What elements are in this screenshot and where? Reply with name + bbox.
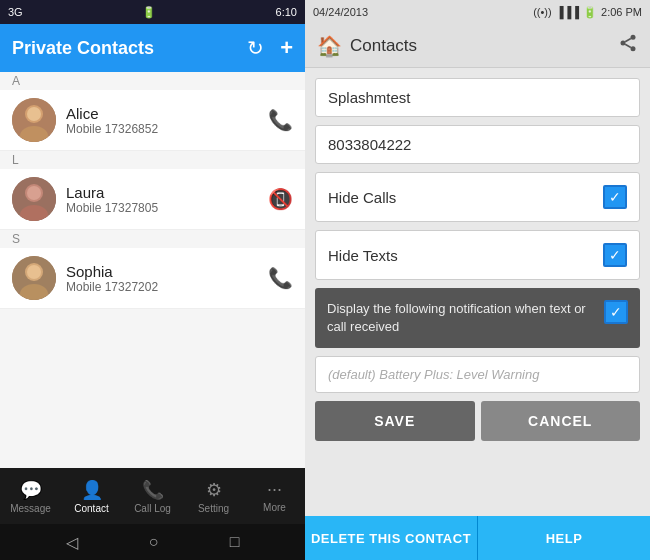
nav-setting-label: Setting bbox=[198, 503, 229, 514]
svg-line-16 bbox=[625, 38, 631, 41]
right-time: 2:06 PM bbox=[601, 6, 642, 18]
right-status-bar: 04/24/2013 ((•)) ▐▐▐ 🔋 2:06 PM bbox=[305, 0, 650, 24]
svg-line-15 bbox=[625, 44, 631, 47]
avatar bbox=[12, 98, 56, 142]
signal-icon: ▐▐▐ bbox=[556, 6, 579, 18]
right-date: 04/24/2013 bbox=[313, 6, 368, 18]
name-field[interactable]: Splashmtest bbox=[315, 78, 640, 117]
right-header-title: Contacts bbox=[350, 36, 417, 56]
section-letter-l: L bbox=[0, 151, 305, 169]
share-icon[interactable] bbox=[618, 33, 638, 58]
nav-contact[interactable]: 👤 Contact bbox=[61, 479, 122, 514]
list-item[interactable]: Laura Mobile 17327805 📵 bbox=[0, 169, 305, 230]
call-blocked-icon[interactable]: 📵 bbox=[268, 187, 293, 211]
notification-label: Display the following notification when … bbox=[327, 300, 594, 336]
nav-contact-label: Contact bbox=[74, 503, 108, 514]
left-status-icons: 🔋 bbox=[142, 6, 156, 19]
contact-info: Sophia Mobile 17327202 bbox=[66, 263, 258, 294]
svg-point-12 bbox=[631, 35, 636, 40]
notification-checkbox[interactable]: ✓ bbox=[604, 300, 628, 324]
list-item[interactable]: Sophia Mobile 17327202 📞 bbox=[0, 248, 305, 309]
nav-calllog[interactable]: 📞 Call Log bbox=[122, 479, 183, 514]
nav-message[interactable]: 💬 Message bbox=[0, 479, 61, 514]
section-letter-s: S bbox=[0, 230, 305, 248]
left-header-icons: ↻ + bbox=[247, 35, 293, 61]
bottom-actions: DELETE THIS CONTACT HELP bbox=[305, 516, 650, 560]
section-letter-a: A bbox=[0, 72, 305, 90]
hide-texts-row[interactable]: Hide Texts ✓ bbox=[315, 230, 640, 280]
nav-more-label: More bbox=[263, 502, 286, 513]
hide-calls-label: Hide Calls bbox=[328, 189, 396, 206]
left-time: 6:10 bbox=[276, 6, 297, 18]
left-panel: 3G 🔋 6:10 Private Contacts ↻ + A Alice M… bbox=[0, 0, 305, 560]
number-field[interactable]: 8033804222 bbox=[315, 125, 640, 164]
right-header-left: 🏠 Contacts bbox=[317, 34, 417, 58]
list-item[interactable]: Alice Mobile 17326852 📞 bbox=[0, 90, 305, 151]
left-status-bar: 3G 🔋 6:10 bbox=[0, 0, 305, 24]
delete-contact-button[interactable]: DELETE THIS CONTACT bbox=[305, 516, 477, 560]
cancel-button[interactable]: CANCEL bbox=[481, 401, 641, 441]
contact-number: Mobile 17327805 bbox=[66, 201, 258, 215]
system-nav: ◁ ○ □ bbox=[0, 524, 305, 560]
left-header: Private Contacts ↻ + bbox=[0, 24, 305, 72]
setting-icon: ⚙ bbox=[206, 479, 222, 501]
right-panel: 04/24/2013 ((•)) ▐▐▐ 🔋 2:06 PM 🏠 Contact… bbox=[305, 0, 650, 560]
refresh-icon[interactable]: ↻ bbox=[247, 36, 264, 60]
save-button[interactable]: SAVE bbox=[315, 401, 475, 441]
right-header: 🏠 Contacts bbox=[305, 24, 650, 68]
svg-point-14 bbox=[631, 46, 636, 51]
avatar bbox=[12, 177, 56, 221]
notification-input[interactable]: (default) Battery Plus: Level Warning bbox=[315, 356, 640, 393]
wifi-icon: ((•)) bbox=[533, 6, 552, 18]
contact-number: Mobile 17327202 bbox=[66, 280, 258, 294]
home-icon[interactable]: 🏠 bbox=[317, 34, 342, 58]
svg-point-11 bbox=[27, 265, 41, 279]
battery-icon: 🔋 bbox=[583, 6, 597, 19]
contact-name: Sophia bbox=[66, 263, 258, 280]
contact-name: Laura bbox=[66, 184, 258, 201]
content-area: Splashmtest 8033804222 Hide Calls ✓ Hide… bbox=[305, 68, 650, 516]
call-icon[interactable]: 📞 bbox=[268, 108, 293, 132]
avatar bbox=[12, 256, 56, 300]
calllog-icon: 📞 bbox=[142, 479, 164, 501]
bottom-nav: 💬 Message 👤 Contact 📞 Call Log ⚙ Setting… bbox=[0, 468, 305, 524]
hide-calls-row[interactable]: Hide Calls ✓ bbox=[315, 172, 640, 222]
hide-texts-label: Hide Texts bbox=[328, 247, 398, 264]
right-status-icons: ((•)) ▐▐▐ 🔋 2:06 PM bbox=[533, 6, 642, 19]
nav-calllog-label: Call Log bbox=[134, 503, 171, 514]
contact-icon: 👤 bbox=[81, 479, 103, 501]
contact-name: Alice bbox=[66, 105, 258, 122]
call-icon[interactable]: 📞 bbox=[268, 266, 293, 290]
left-signal-text: 3G bbox=[8, 6, 23, 18]
notification-section: Display the following notification when … bbox=[315, 288, 640, 348]
nav-more[interactable]: ··· More bbox=[244, 479, 305, 513]
help-button[interactable]: HELP bbox=[477, 516, 650, 560]
back-button[interactable]: ◁ bbox=[66, 533, 78, 552]
svg-point-13 bbox=[621, 41, 626, 46]
home-button[interactable]: ○ bbox=[149, 533, 159, 551]
svg-point-7 bbox=[27, 186, 41, 200]
contact-info: Laura Mobile 17327805 bbox=[66, 184, 258, 215]
nav-setting[interactable]: ⚙ Setting bbox=[183, 479, 244, 514]
hide-calls-checkbox[interactable]: ✓ bbox=[603, 185, 627, 209]
contact-number: Mobile 17326852 bbox=[66, 122, 258, 136]
hide-texts-checkbox[interactable]: ✓ bbox=[603, 243, 627, 267]
action-buttons: SAVE CANCEL bbox=[315, 401, 640, 441]
spacer bbox=[0, 309, 305, 468]
add-contact-icon[interactable]: + bbox=[280, 35, 293, 61]
message-icon: 💬 bbox=[20, 479, 42, 501]
more-icon: ··· bbox=[267, 479, 282, 500]
contact-info: Alice Mobile 17326852 bbox=[66, 105, 258, 136]
svg-point-3 bbox=[27, 107, 41, 121]
recents-button[interactable]: □ bbox=[230, 533, 240, 551]
nav-message-label: Message bbox=[10, 503, 51, 514]
left-header-title: Private Contacts bbox=[12, 38, 154, 59]
